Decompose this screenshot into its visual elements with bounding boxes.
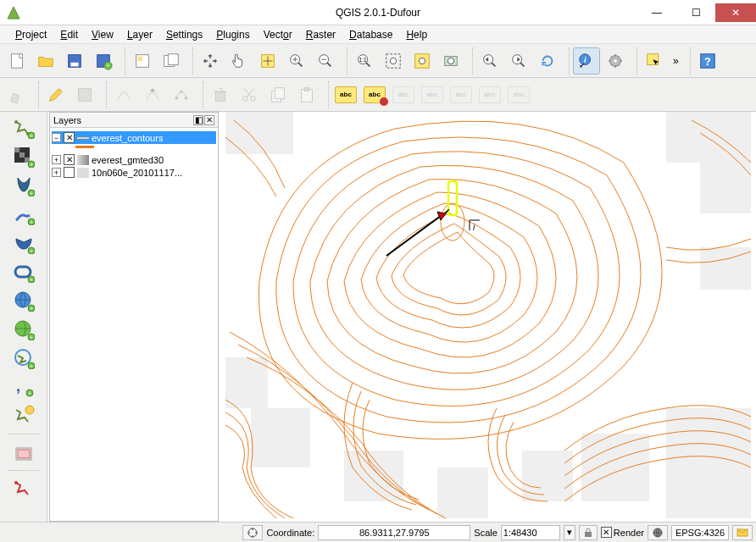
label-settings-button[interactable]: abc — [361, 81, 388, 108]
menu-settings[interactable]: Settings — [161, 27, 208, 42]
layers-panel-close-button[interactable]: ✕ — [204, 115, 214, 125]
workspace: + + + + + + + + + ,+ Layers ◧ ✕ − ✕ ev — [0, 112, 756, 522]
add-spatialite-layer-button[interactable]: + — [8, 202, 39, 227]
cut-button[interactable] — [236, 81, 263, 108]
zoom-selection-button[interactable] — [409, 47, 436, 75]
zoom-native-button[interactable]: 1:1 — [351, 47, 378, 75]
new-shapefile-button[interactable] — [8, 403, 39, 429]
add-postgis-layer-button[interactable]: + — [8, 173, 39, 198]
menu-view[interactable]: View — [86, 27, 119, 42]
add-wfs-layer-button[interactable]: + — [8, 346, 39, 371]
label-move-button[interactable]: abc — [476, 81, 503, 108]
menu-database[interactable]: Database — [344, 27, 397, 42]
paste-button[interactable] — [293, 81, 320, 108]
refresh-button[interactable] — [534, 47, 561, 75]
add-wcs-layer-button[interactable]: + — [8, 317, 39, 342]
layer-row-gmted[interactable]: + ✕ everest_gmted30 — [52, 153, 216, 166]
svg-text:+: + — [29, 133, 32, 139]
map-canvas[interactable]: i — [220, 112, 756, 522]
add-vector-layer-button[interactable]: + — [8, 115, 39, 141]
delete-selected-button[interactable] — [207, 81, 234, 108]
menu-project[interactable]: Project — [10, 27, 52, 42]
maximize-button[interactable]: ☐ — [676, 3, 715, 22]
menu-plugins[interactable]: Plugins — [211, 27, 254, 42]
label-rotate-button[interactable]: abc — [505, 81, 532, 108]
save-edits-button[interactable] — [71, 81, 98, 108]
layer-visibility-checkbox[interactable]: ✕ — [64, 154, 75, 165]
tree-expand-icon[interactable]: + — [52, 168, 61, 177]
options-button[interactable] — [602, 47, 629, 75]
layer-visibility-checkbox[interactable]: ✕ — [64, 167, 75, 178]
move-feature-button[interactable] — [139, 81, 166, 108]
label-layer-button[interactable]: abc — [332, 81, 359, 108]
title-bar: QGIS 2.0.1-Dufour — ☐ ✕ — [0, 0, 756, 25]
zoom-in-button[interactable] — [283, 47, 310, 75]
layer-visibility-checkbox[interactable]: ✕ — [64, 132, 75, 143]
svg-rect-30 — [79, 88, 92, 101]
pan-to-selection-button[interactable] — [254, 47, 281, 75]
minimize-button[interactable]: — — [637, 3, 676, 22]
svg-rect-47 — [19, 152, 25, 158]
toggle-extents-button[interactable] — [242, 525, 263, 540]
zoom-full-button[interactable] — [380, 47, 407, 75]
open-project-button[interactable] — [32, 47, 59, 75]
label-highlight-button[interactable]: abc — [390, 81, 417, 108]
manage-layers-toolbar: + + + + + + + + + ,+ — [0, 112, 47, 522]
toggle-editing-button[interactable] — [42, 81, 69, 108]
help-button[interactable]: ? — [694, 47, 721, 75]
svg-rect-84 — [344, 451, 403, 501]
zoom-last-button[interactable] — [476, 47, 503, 75]
save-as-button[interactable]: + — [90, 47, 117, 75]
select-button[interactable] — [641, 47, 668, 75]
add-delimited-text-button[interactable]: ,+ — [8, 374, 39, 400]
svg-rect-89 — [700, 247, 751, 290]
scale-input[interactable] — [501, 525, 560, 540]
new-composer-button[interactable] — [129, 47, 156, 75]
scale-dropdown-button[interactable]: ▾ — [564, 525, 575, 540]
copy-button[interactable] — [264, 81, 292, 108]
menu-help[interactable]: Help — [401, 27, 432, 42]
gps-button[interactable] — [8, 476, 39, 501]
layers-panel-undock-button[interactable]: ◧ — [193, 115, 203, 125]
save-project-button[interactable] — [61, 47, 88, 75]
svg-rect-9 — [168, 53, 178, 64]
new-project-button[interactable] — [3, 47, 31, 75]
svg-text:+: + — [27, 390, 31, 396]
label-pin-button[interactable]: abc — [419, 81, 446, 108]
add-wms-layer-button[interactable]: + — [8, 288, 39, 313]
close-button[interactable]: ✕ — [715, 3, 756, 22]
render-toggle[interactable]: ✕ Render — [601, 527, 644, 538]
messages-button[interactable] — [732, 525, 753, 540]
layer-row-10n060e[interactable]: + ✕ 10n060e_20101117... — [52, 166, 216, 179]
zoom-next-button[interactable] — [505, 47, 532, 75]
remove-layer-button[interactable] — [8, 440, 39, 465]
coordinate-input[interactable] — [318, 525, 470, 540]
composer-manager-button[interactable] — [158, 47, 185, 75]
label-show-button[interactable]: abc — [447, 81, 475, 108]
zoom-layer-button[interactable] — [437, 47, 464, 75]
crs-button[interactable] — [648, 525, 668, 540]
menu-layer[interactable]: Layer — [122, 27, 158, 42]
add-oracle-layer-button[interactable]: + — [8, 259, 39, 285]
add-feature-button[interactable] — [110, 81, 137, 108]
node-tool-button[interactable] — [168, 81, 195, 108]
zoom-out-button[interactable] — [312, 47, 339, 75]
add-mssql-layer-button[interactable]: + — [8, 230, 39, 256]
scale-lock-button[interactable] — [579, 525, 598, 540]
toolbar-overflow[interactable]: » — [670, 55, 682, 67]
tree-collapse-icon[interactable]: − — [52, 133, 61, 142]
svg-point-26 — [614, 59, 617, 63]
pan-selection-button[interactable] — [225, 47, 253, 75]
svg-text:+: + — [29, 363, 32, 369]
identify-button[interactable]: i — [573, 47, 600, 75]
menu-vector[interactable]: Vector — [258, 27, 297, 42]
add-raster-layer-button[interactable]: + — [8, 144, 39, 169]
pan-button[interactable] — [197, 47, 224, 75]
current-edits-button[interactable] — [3, 81, 31, 108]
layer-row-contours[interactable]: − ✕ everest_contours — [52, 131, 216, 144]
layers-tree[interactable]: − ✕ everest_contours + ✕ everest_gmted30… — [50, 128, 218, 521]
menu-raster[interactable]: Raster — [301, 27, 341, 42]
tree-expand-icon[interactable]: + — [52, 155, 61, 164]
menu-edit[interactable]: Edit — [55, 27, 83, 42]
svg-point-18 — [419, 58, 425, 64]
